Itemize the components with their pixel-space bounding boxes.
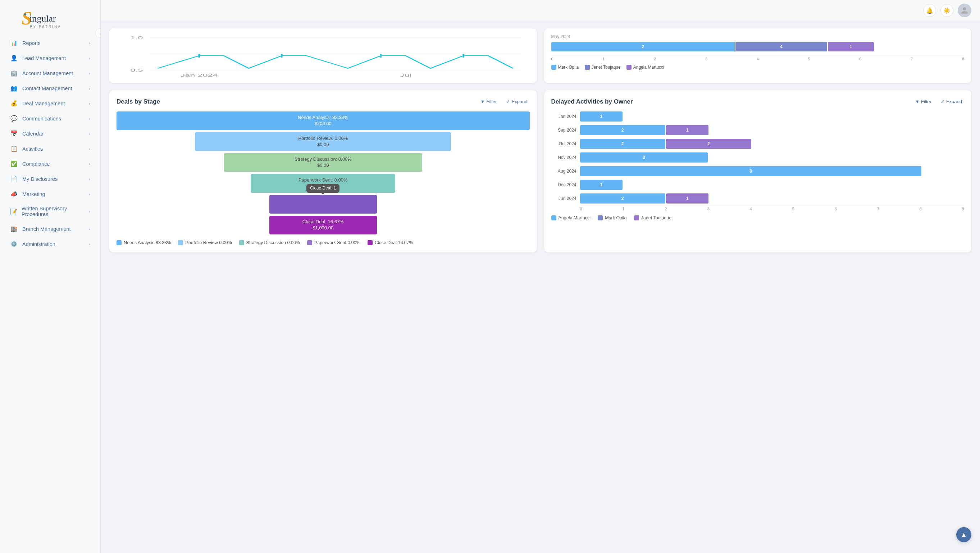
may-bar-chart-card: May 2024 2 4 1 012345678 (544, 29, 972, 83)
legend-mark: Mark Opila (551, 65, 579, 70)
brightness-icon[interactable]: ☀️ (940, 4, 953, 17)
sidebar-item-calendar[interactable]: 📅 Calendar › (3, 126, 97, 141)
topbar: 🔔 ☀️ (101, 0, 980, 21)
angela-seg-5: 1 (580, 180, 623, 190)
legend-mark-opila: Mark Opila (598, 215, 627, 221)
legend-janet: Janet Toujaque (585, 65, 621, 70)
funnel-bar-2: Portfolio Review: 0.00%$0.00 (195, 132, 451, 151)
nav-chevron-communications: › (89, 116, 90, 121)
bar-group-2: 22 (580, 139, 964, 149)
delayed-bar-row-4: Aug 2024 8 (551, 166, 964, 176)
angela-seg-1: 2 (580, 125, 665, 135)
delayed-bar-row-5: Dec 2024 1 (551, 180, 964, 190)
sidebar-item-my-disclosures[interactable]: 📄 My Disclosures › (3, 172, 97, 186)
delayed-bar-row-0: Jan 2024 1 (551, 111, 964, 122)
nav-label-calendar: Calendar (22, 131, 43, 137)
sidebar-item-marketing[interactable]: 📣 Marketing › (3, 187, 97, 201)
nav-icon-activities: 📋 (10, 145, 18, 152)
main-content: 🔔 ☀️ 1.0 0.5 Jan 2024 Jul (101, 0, 980, 553)
nav-chevron-marketing: › (89, 192, 90, 196)
nav-chevron-branch-management: › (89, 227, 90, 231)
legend-close-deal: Close Deal 16.67% (368, 240, 413, 245)
delayed-legend: Angela Martucci Mark Opila Janet Toujaqu… (551, 215, 964, 221)
funnel-chart: Needs Analysis: 83.33%$200.00 Portfolio … (116, 111, 530, 234)
nav-chevron-reports: › (89, 41, 90, 45)
bar-group-3: 3 (580, 153, 964, 162)
nav-chevron-my-disclosures: › (89, 177, 90, 181)
nav-label-my-disclosures: My Disclosures (22, 176, 57, 182)
close-deal-tooltip: Close Deal: 1 (306, 184, 339, 193)
funnel-bar-5: Close Deal: 1 (269, 195, 377, 214)
nav-label-marketing: Marketing (22, 191, 45, 197)
sidebar-item-reports[interactable]: 📊 Reports › (3, 36, 97, 50)
angela-bar: 1 (828, 42, 874, 51)
delayed-bar-chart: Jan 2024 1 Sep 2024 21 Oct 2024 22 Nov 2… (551, 111, 964, 203)
bar-group-5: 1 (580, 180, 964, 190)
sidebar: S ingular BY PATRINA ‹ 📊 Reports › 👤 Lea… (0, 0, 101, 553)
angela-seg-3: 3 (580, 153, 708, 162)
sidebar-item-deal-management[interactable]: 💰 Deal Management › (3, 96, 97, 111)
sidebar-item-compliance[interactable]: ✅ Compliance › (3, 156, 97, 171)
sidebar-item-activities[interactable]: 📋 Activities › (3, 141, 97, 156)
janet-seg-2: 2 (666, 139, 751, 149)
nav-icon-lead-management: 👤 (10, 55, 18, 62)
delayed-bar-row-2: Oct 2024 22 (551, 139, 964, 149)
logo: S ingular BY PATRINA (7, 6, 79, 32)
nav-chevron-account-management: › (89, 71, 90, 76)
nav-label-written-supervisory-procedures: Written Supervisory Procedures (22, 206, 84, 217)
nav-chevron-activities: › (89, 147, 90, 151)
legend-angela: Angela Martucci (627, 65, 664, 70)
notification-icon[interactable]: 🔔 (923, 4, 936, 17)
nav-label-contact-management: Contact Management (22, 86, 72, 91)
nav-chevron-compliance: › (89, 162, 90, 166)
nav-icon-marketing: 📣 (10, 191, 18, 197)
content-area: 1.0 0.5 Jan 2024 Jul May 2024 (101, 21, 980, 260)
legend-portfolio-review: Portfolio Review 0.00% (178, 240, 232, 245)
funnel-bar-6: Close Deal: 16.67%$1,000.00 (269, 216, 377, 234)
sidebar-item-branch-management[interactable]: 🏬 Branch Management › (3, 221, 97, 236)
sidebar-item-administration[interactable]: ⚙️ Administration › (3, 237, 97, 251)
nav-icon-administration: ⚙️ (10, 240, 18, 247)
funnel-bar-wrapper-2: Portfolio Review: 0.00%$0.00 (116, 132, 530, 151)
nav-chevron-written-supervisory-procedures: › (89, 209, 90, 214)
delayed-activities-card: Delayed Activities by Owner ▼ Filter ⤢ E… (544, 90, 972, 253)
nav-icon-branch-management: 🏬 (10, 226, 18, 232)
nav-label-administration: Administration (22, 241, 56, 247)
mark-bar: 2 (551, 42, 735, 51)
deals-expand-btn[interactable]: ⤢ Expand (504, 97, 530, 106)
deals-filter-btn[interactable]: ▼ Filter (478, 97, 499, 106)
sidebar-item-account-management[interactable]: 🏢 Account Management › (3, 66, 97, 81)
angela-seg-4: 8 (580, 166, 922, 176)
bar-month-3: Nov 2024 (551, 155, 576, 160)
user-avatar[interactable] (958, 3, 971, 17)
deals-chart-title: Deals by Stage (116, 98, 160, 105)
bar-month-1: Sep 2024 (551, 128, 576, 133)
nav-label-deal-management: Deal Management (22, 101, 65, 106)
nav-icon-account-management: 🏢 (10, 70, 18, 76)
expand-icon: ⤢ (506, 99, 510, 104)
legend-needs-analysis: Needs Analysis 83.33% (116, 240, 171, 245)
delayed-expand-btn[interactable]: ⤢ Expand (939, 97, 964, 106)
charts-grid: Deals by Stage ▼ Filter ⤢ Expand (109, 90, 971, 253)
sidebar-item-contact-management[interactable]: 👥 Contact Management › (3, 81, 97, 95)
delayed-filter-btn[interactable]: ▼ Filter (913, 97, 934, 106)
angela-seg-0: 1 (580, 111, 623, 122)
delayed-bar-row-6: Jun 2024 21 (551, 194, 964, 203)
line-chart-svg: 1.0 0.5 Jan 2024 Jul (116, 34, 530, 77)
janet-seg-6: 1 (666, 194, 709, 203)
line-chart-card: 1.0 0.5 Jan 2024 Jul (109, 29, 537, 83)
bar-month-6: Jun 2024 (551, 196, 576, 201)
top-charts-row: 1.0 0.5 Jan 2024 Jul May 2024 (109, 29, 971, 83)
scroll-to-top-btn[interactable]: ▲ (956, 527, 971, 542)
bar-month-4: Aug 2024 (551, 168, 576, 174)
nav-chevron-deal-management: › (89, 102, 90, 106)
funnel-bar-1: Needs Analysis: 83.33%$200.00 (116, 111, 530, 130)
sidebar-item-lead-management[interactable]: 👤 Lead Management › (3, 51, 97, 65)
filter-icon-2: ▼ (915, 99, 920, 104)
nav-label-branch-management: Branch Management (22, 226, 71, 232)
nav-chevron-calendar: › (89, 132, 90, 136)
nav-icon-calendar: 📅 (10, 130, 18, 137)
bar-month-0: Jan 2024 (551, 114, 576, 119)
sidebar-item-communications[interactable]: 💬 Communications › (3, 111, 97, 126)
sidebar-item-written-supervisory-procedures[interactable]: 📝 Written Supervisory Procedures › (3, 202, 97, 221)
